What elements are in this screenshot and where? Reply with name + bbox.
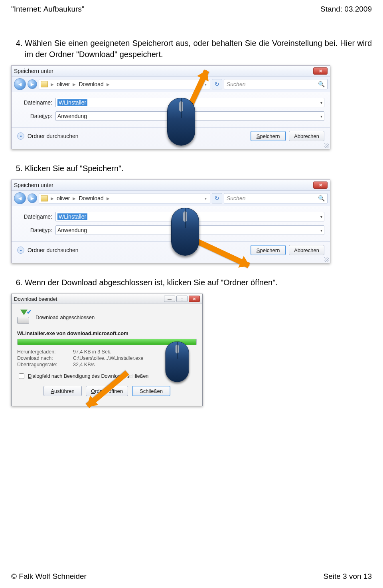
val-downloaded: 97,4 KB in 3 Sek. (73, 349, 197, 355)
breadcrumb-seg-1[interactable]: oliver (57, 81, 70, 87)
breadcrumb[interactable]: ▶ oliver ▶ Download ▶ ▾ (39, 193, 210, 203)
run-button[interactable]: Ausführen (43, 386, 82, 396)
save-button[interactable]: Speichern (251, 131, 286, 141)
page-header-right: Stand: 03.2009 (320, 5, 372, 14)
save-as-dialog-1: Speichern unter ✕ ◄ ► ▶ oliver ▶ Downloa… (11, 65, 330, 149)
expand-folders-icon[interactable]: ▾ (17, 247, 24, 254)
dialog-title: Speichern unter (14, 182, 53, 188)
filename-field[interactable]: WLinstaller ▾ (55, 98, 324, 107)
chevron-right-icon: ▶ (71, 82, 77, 87)
save-button[interactable]: Speichern (251, 245, 286, 255)
resize-grip-icon[interactable] (324, 257, 329, 262)
page-footer-left: © Falk Wolf Schneider (11, 572, 87, 581)
chevron-down-icon[interactable]: ▾ (203, 196, 208, 201)
step-5-text: Klicken Sie auf "Speichern". (25, 163, 372, 174)
search-placeholder: Suchen (227, 195, 245, 201)
chevron-right-icon: ▶ (49, 82, 55, 87)
chevron-right-icon: ▶ (105, 196, 111, 201)
nav-forward-icon[interactable]: ► (28, 79, 37, 89)
chevron-right-icon: ▶ (49, 196, 55, 201)
resize-grip-icon[interactable] (324, 143, 329, 148)
close-after-download-checkbox[interactable] (19, 373, 24, 379)
chevron-down-icon[interactable]: ▾ (320, 215, 322, 219)
refresh-icon[interactable]: ↻ (212, 193, 222, 203)
filetype-value: Anwendung (57, 227, 87, 233)
chevron-down-icon[interactable]: ▾ (320, 114, 322, 118)
breadcrumb-seg-2[interactable]: Download (79, 81, 103, 87)
nav-back-icon[interactable]: ◄ (14, 78, 26, 90)
cancel-button[interactable]: Abbrechen (289, 245, 324, 255)
dl-dialog-title: Download beendet (14, 296, 57, 302)
download-complete-dialog: Download beendet — □ ✕ ✔ Download abgesc… (11, 294, 203, 406)
search-icon: 🔍 (318, 195, 325, 201)
search-input[interactable]: Suchen 🔍 (224, 79, 328, 89)
chevron-down-icon[interactable]: ▾ (320, 101, 322, 105)
maximize-icon[interactable]: □ (176, 296, 188, 302)
browse-folders-link[interactable]: Ordner durchsuchen (28, 247, 79, 253)
page-footer-right: Seite 3 von 13 (324, 572, 372, 581)
dialog-title: Speichern unter (14, 68, 53, 74)
open-folder-button[interactable]: Ordner öffnen (86, 386, 128, 396)
download-complete-icon: ✔ (17, 310, 31, 324)
chevron-right-icon: ▶ (71, 196, 77, 201)
folder-icon (41, 195, 48, 201)
close-button[interactable]: Schließen (132, 386, 170, 396)
close-icon[interactable]: ✕ (313, 182, 328, 189)
close-icon[interactable]: ✕ (189, 296, 200, 302)
minimize-icon[interactable]: — (164, 296, 175, 302)
breadcrumb-seg-2[interactable]: Download (79, 195, 103, 201)
close-after-download-label: Dialogfeld nach Beendigung des Downloads… (28, 373, 148, 379)
filetype-value: Anwendung (57, 113, 87, 119)
cancel-button[interactable]: Abbrechen (289, 131, 324, 141)
filetype-label: Dateityp: (17, 227, 55, 233)
chevron-right-icon: ▶ (105, 82, 111, 87)
val-rate: 32,4 KB/s (73, 362, 197, 367)
search-input[interactable]: Suchen 🔍 (224, 193, 328, 203)
search-icon: 🔍 (318, 81, 325, 87)
filename-field[interactable]: WLinstaller ▾ (55, 212, 324, 221)
close-icon[interactable]: ✕ (313, 67, 328, 75)
breadcrumb[interactable]: ▶ oliver ▶ Download ▶ ▾ (39, 79, 210, 89)
chevron-down-icon[interactable]: ▾ (203, 82, 208, 87)
lbl-rate: Übertragungsrate: (17, 362, 73, 367)
filetype-label: Dateityp: (17, 113, 55, 119)
nav-forward-icon[interactable]: ► (28, 193, 37, 203)
save-as-dialog-2: Speichern unter ✕ ◄ ► ▶ oliver ▶ Downloa… (11, 180, 330, 263)
folder-icon (41, 81, 48, 87)
filename-value: WLinstaller (57, 99, 87, 106)
lbl-destination: Download nach: (17, 355, 73, 361)
step-4-text: Wählen Sie einen geeigneten Speicherort … (25, 37, 372, 60)
refresh-icon[interactable]: ↻ (212, 79, 222, 89)
search-placeholder: Suchen (227, 81, 245, 87)
progress-bar (17, 339, 197, 345)
dl-status-text: Download abgeschlossen (36, 314, 95, 320)
dl-source-text: WLinstaller.exe von download.microsoft.c… (17, 330, 197, 336)
filetype-field[interactable]: Anwendung ▾ (55, 111, 324, 121)
nav-back-icon[interactable]: ◄ (14, 192, 26, 204)
filename-label: Dateiname: (17, 213, 55, 220)
lbl-downloaded: Heruntergeladen: (17, 349, 73, 355)
chevron-down-icon[interactable]: ▾ (320, 228, 322, 233)
breadcrumb-seg-1[interactable]: oliver (57, 195, 70, 201)
val-destination: C:\Users\olive...\WLinstaller.exe (73, 355, 197, 361)
browse-folders-link[interactable]: Ordner durchsuchen (28, 133, 79, 139)
page-header-left: "Internet: Aufbaukurs" (11, 5, 85, 14)
step-6-text: Wenn der Download abgeschlossen ist, kli… (25, 277, 372, 288)
filetype-field[interactable]: Anwendung ▾ (55, 225, 324, 235)
filename-value: WLinstaller (57, 213, 87, 220)
expand-folders-icon[interactable]: ▾ (17, 132, 24, 140)
filename-label: Dateiname: (17, 99, 55, 106)
